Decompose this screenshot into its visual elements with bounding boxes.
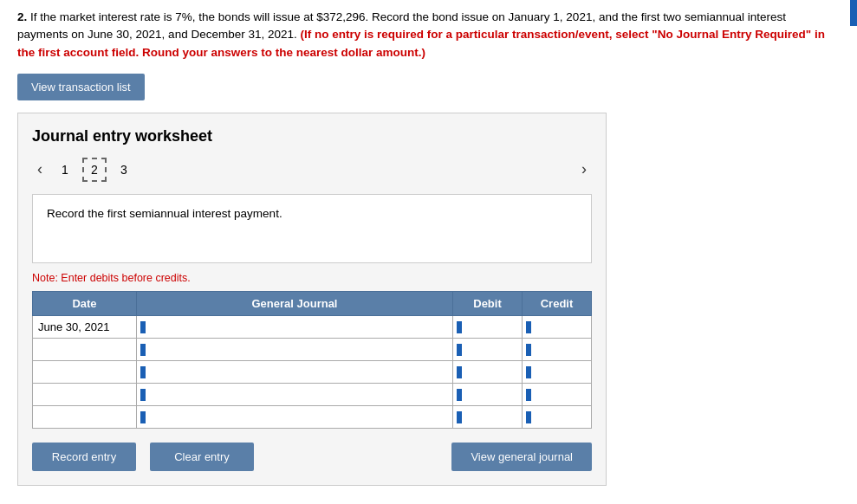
journal-table: Date General Journal Debit Credit June 3… [32, 291, 592, 429]
credit-cell-3[interactable] [523, 383, 592, 405]
credit-cell-4[interactable] [523, 405, 592, 428]
date-input-1[interactable] [38, 340, 131, 359]
view-general-journal-button[interactable]: View general journal [451, 443, 592, 471]
record-entry-button[interactable]: Record entry [32, 443, 136, 471]
blue-indicator-credit-1 [526, 344, 531, 356]
clear-entry-button[interactable]: Clear entry [150, 443, 254, 471]
top-right-indicator [850, 0, 857, 26]
tab-prev-arrow[interactable]: ‹ [32, 158, 48, 180]
blue-indicator-debit-0 [457, 321, 462, 333]
blue-indicator-debit-4 [457, 411, 462, 423]
worksheet-title: Journal entry worksheet [32, 127, 592, 145]
journal-cell-3[interactable] [137, 383, 453, 405]
instruction-text: Record the first semiannual interest pay… [47, 207, 282, 220]
tab-navigation: ‹ 1 2 3 › [32, 158, 592, 182]
date-cell-3 [33, 383, 137, 405]
journal-cell-4[interactable] [137, 405, 453, 428]
blue-indicator-debit-1 [457, 344, 462, 356]
journal-input-2[interactable] [149, 363, 444, 381]
col-header-date: Date [33, 291, 137, 315]
bottom-buttons: Record entry Clear entry View general jo… [32, 443, 592, 471]
date-input-3[interactable] [38, 385, 131, 404]
credit-input-1[interactable] [533, 340, 582, 359]
journal-cell-2[interactable] [137, 360, 453, 383]
date-cell-0: June 30, 2021 [33, 315, 137, 338]
journal-input-4[interactable] [149, 408, 444, 426]
col-header-general-journal: General Journal [137, 291, 453, 315]
journal-cell-1[interactable] [137, 338, 453, 360]
problem-number: 2. [17, 10, 27, 23]
credit-input-4[interactable] [533, 408, 582, 426]
debit-cell-3[interactable] [453, 383, 523, 405]
note-text: Note: Enter debits before credits. [32, 272, 592, 284]
col-header-debit: Debit [453, 291, 523, 315]
credit-cell-1[interactable] [523, 338, 592, 360]
credit-cell-0[interactable] [523, 315, 592, 338]
debit-cell-0[interactable] [453, 315, 523, 338]
date-input-4[interactable] [38, 408, 131, 426]
tab-next-arrow[interactable]: › [576, 158, 592, 180]
table-row [33, 360, 592, 383]
problem-text: 2. If the market interest rate is 7%, th… [17, 9, 832, 61]
tab-3[interactable]: 3 [112, 158, 136, 182]
credit-cell-2[interactable] [523, 360, 592, 383]
tab-2[interactable]: 2 [82, 158, 107, 182]
debit-input-0[interactable] [464, 318, 513, 336]
col-header-credit: Credit [523, 291, 592, 315]
debit-cell-2[interactable] [453, 360, 523, 383]
blue-indicator-credit-4 [526, 411, 531, 423]
journal-input-0[interactable] [149, 318, 444, 336]
journal-input-1[interactable] [149, 340, 444, 359]
date-cell-1 [33, 338, 137, 360]
credit-input-3[interactable] [533, 385, 582, 404]
debit-cell-1[interactable] [453, 338, 523, 360]
table-row: June 30, 2021 [33, 315, 592, 338]
debit-input-3[interactable] [464, 385, 513, 404]
debit-cell-4[interactable] [453, 405, 523, 428]
debit-input-2[interactable] [464, 363, 513, 381]
blue-indicator-credit-2 [526, 366, 531, 378]
journal-input-3[interactable] [149, 385, 444, 404]
blue-indicator-debit-2 [457, 366, 462, 378]
journal-cell-0[interactable] [137, 315, 453, 338]
table-row [33, 383, 592, 405]
credit-input-2[interactable] [533, 363, 582, 381]
blue-indicator-journal-0 [140, 321, 146, 333]
debit-input-4[interactable] [464, 408, 513, 426]
blue-indicator-journal-4 [140, 411, 146, 423]
view-transaction-button[interactable]: View transaction list [17, 74, 145, 100]
date-input-2[interactable] [38, 363, 131, 381]
date-cell-2 [33, 360, 137, 383]
table-row [33, 405, 592, 428]
debit-input-1[interactable] [464, 340, 513, 359]
blue-indicator-credit-3 [526, 389, 531, 401]
blue-indicator-credit-0 [526, 321, 531, 333]
journal-entry-worksheet: Journal entry worksheet ‹ 1 2 3 › Record… [17, 113, 607, 486]
blue-indicator-journal-2 [140, 366, 146, 378]
date-cell-4 [33, 405, 137, 428]
blue-indicator-journal-3 [140, 389, 146, 401]
instruction-box: Record the first semiannual interest pay… [32, 194, 592, 263]
tab-1[interactable]: 1 [53, 158, 77, 182]
blue-indicator-journal-1 [140, 344, 146, 356]
table-row [33, 338, 592, 360]
blue-indicator-debit-3 [457, 389, 462, 401]
credit-input-0[interactable] [533, 318, 582, 336]
